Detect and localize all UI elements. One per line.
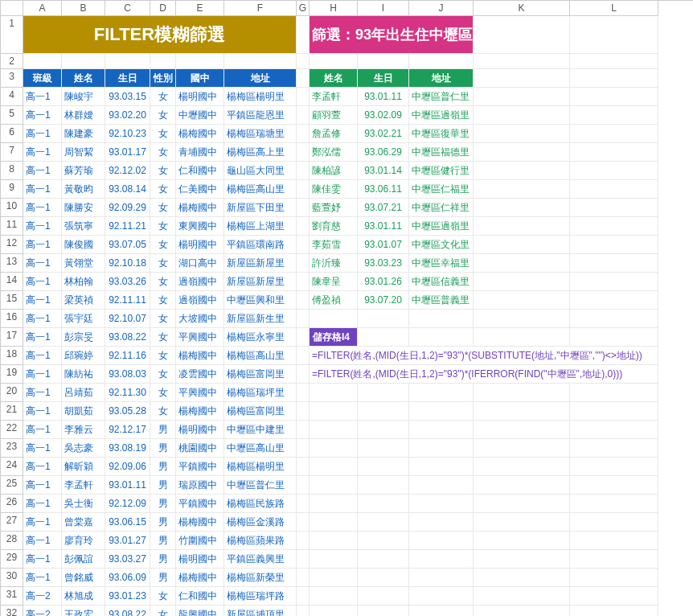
left-cell[interactable]: 楊梅區新榮里 [224,569,297,587]
left-cell[interactable]: 高一1 [23,439,62,458]
left-cell[interactable]: 吳志豪 [62,439,105,458]
right-cell[interactable]: 中壢區福德里 [409,143,474,162]
left-cell[interactable]: 楊明國中 [176,236,224,254]
row-header[interactable]: 16 [1,310,23,328]
left-cell[interactable]: 龍興國中 [176,606,224,616]
left-cell[interactable]: 楊梅區上湖里 [224,217,297,236]
right-cell[interactable]: 中壢區復華里 [409,125,474,143]
right-cell[interactable]: 陳韋呈 [310,273,358,291]
left-cell[interactable]: 楊梅區蘋果路 [224,532,297,550]
left-cell[interactable]: 楊梅區富岡里 [224,402,297,421]
row-header[interactable]: 3 [1,69,23,88]
left-cell[interactable]: 高一1 [23,310,62,328]
left-cell[interactable]: 陳勝安 [62,199,105,217]
row-header[interactable]: 14 [1,273,23,291]
left-cell[interactable]: 陳峻宇 [62,88,105,106]
left-cell[interactable]: 93.06.15 [105,513,150,532]
left-cell[interactable]: 陳建豪 [62,125,105,143]
right-cell[interactable]: 陳佳雯 [310,180,358,199]
row-header[interactable]: 28 [1,532,23,550]
left-cell[interactable]: 92.11.30 [105,384,150,402]
left-cell[interactable]: 新屋區新生里 [224,310,297,328]
left-cell[interactable]: 黃翎堂 [62,254,105,273]
row-header[interactable]: 8 [1,162,23,180]
left-cell[interactable]: 林群嬡 [62,106,105,125]
left-cell[interactable]: 93.01.17 [105,143,150,162]
left-cell[interactable]: 高一1 [23,254,62,273]
left-cell[interactable]: 楊梅國中 [176,347,224,365]
left-cell[interactable]: 93.07.05 [105,236,150,254]
right-cell[interactable]: 藍萱妤 [310,199,358,217]
left-cell[interactable]: 92.11.16 [105,347,150,365]
right-cell[interactable]: 93.07.20 [358,291,409,310]
left-cell[interactable]: 男 [150,421,176,439]
left-cell[interactable]: 女 [150,328,176,347]
left-cell[interactable]: 女 [150,587,176,606]
left-cell[interactable]: 女 [150,273,176,291]
right-cell[interactable]: 顧羽萱 [310,106,358,125]
left-cell[interactable]: 楊梅區高上里 [224,143,297,162]
left-cell[interactable]: 93.06.09 [105,569,150,587]
left-cell[interactable]: 平興國中 [176,384,224,402]
right-cell[interactable]: 93.02.09 [358,106,409,125]
row-header[interactable]: 15 [1,291,23,310]
row-header[interactable]: 12 [1,236,23,254]
left-cell[interactable]: 高一1 [23,328,62,347]
right-cell[interactable]: 劉育慈 [310,217,358,236]
right-cell[interactable]: 詹孟修 [310,125,358,143]
left-cell[interactable]: 女 [150,217,176,236]
row-header[interactable]: 9 [1,180,23,199]
formula-2[interactable]: =FILTER(姓名,(MID(生日,1,2)="93")*(IFERROR(F… [310,365,658,384]
left-cell[interactable]: 楊梅區瑞坪路 [224,587,297,606]
left-cell[interactable]: 高一1 [23,143,62,162]
row-header[interactable]: 6 [1,125,23,143]
left-cell[interactable]: 平鎮國中 [176,458,224,476]
left-cell[interactable]: 93.03.27 [105,550,150,569]
left-cell[interactable]: 新屋區新屋里 [224,254,297,273]
row-header[interactable]: 19 [1,365,23,384]
left-cell[interactable]: 陳紡祐 [62,365,105,384]
row-header[interactable]: 17 [1,328,23,347]
right-cell[interactable]: 鄭泓儒 [310,143,358,162]
left-cell[interactable]: 楊梅國中 [176,569,224,587]
left-cell[interactable]: 中壢區高山里 [224,439,297,458]
left-cell[interactable]: 楊梅區民族路 [224,495,297,513]
left-cell[interactable]: 中壢國中 [176,106,224,125]
left-cell[interactable]: 黃敬昀 [62,180,105,199]
left-cell[interactable]: 新屋區新屋里 [224,273,297,291]
row-header[interactable]: 11 [1,217,23,236]
left-cell[interactable]: 曾棠嘉 [62,513,105,532]
left-cell[interactable]: 中壢區興和里 [224,291,297,310]
col-header[interactable]: K [474,1,570,16]
left-cell[interactable]: 高一1 [23,273,62,291]
col-header[interactable]: C [105,1,150,16]
row-header[interactable]: 23 [1,439,23,458]
col-header[interactable]: H [310,1,358,16]
left-cell[interactable]: 高一1 [23,125,62,143]
left-cell[interactable]: 高一1 [23,550,62,569]
left-cell[interactable]: 新屋區下田里 [224,199,297,217]
left-cell[interactable]: 93.08.22 [105,606,150,616]
right-cell[interactable]: 93.03.23 [358,254,409,273]
left-cell[interactable]: 楊梅國中 [176,513,224,532]
left-cell[interactable]: 男 [150,569,176,587]
left-cell[interactable]: 瑞原國中 [176,476,224,495]
row-header[interactable]: 24 [1,458,23,476]
left-cell[interactable]: 92.10.07 [105,310,150,328]
right-cell[interactable]: 李孟軒 [310,88,358,106]
left-cell[interactable]: 過嶺國中 [176,273,224,291]
left-cell[interactable]: 楊明國中 [176,550,224,569]
row-header[interactable]: 4 [1,88,23,106]
left-cell[interactable]: 92.12.02 [105,162,150,180]
row-header[interactable]: 25 [1,476,23,495]
col-header[interactable]: B [62,1,105,16]
left-cell[interactable]: 平鎮國中 [176,495,224,513]
left-cell[interactable]: 高一1 [23,162,62,180]
right-cell[interactable]: 陳柏諺 [310,162,358,180]
left-cell[interactable]: 楊梅區瑞坪里 [224,384,297,402]
left-cell[interactable]: 平鎮區龍恩里 [224,106,297,125]
col-header[interactable]: L [570,1,658,16]
left-cell[interactable]: 女 [150,384,176,402]
left-cell[interactable]: 曾銘威 [62,569,105,587]
left-cell[interactable]: 大坡國中 [176,310,224,328]
